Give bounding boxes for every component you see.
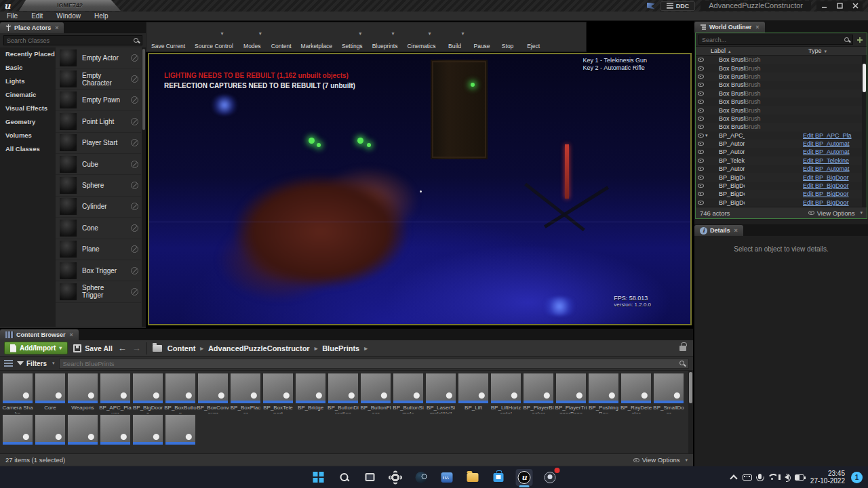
asset-tile[interactable]: BP_BoxTeleport [262, 372, 294, 413]
category-item[interactable]: Lights [0, 75, 56, 88]
toolbar-button[interactable]: ▾ Cinematics [402, 22, 440, 52]
placeable-actor-row[interactable]: Cube [56, 154, 141, 175]
asset-tile[interactable]: BP_APC_Player [99, 372, 132, 413]
drag-handle-icon[interactable] [131, 288, 138, 296]
category-item[interactable]: Recently Placed [0, 47, 56, 61]
outliner-search-input[interactable] [702, 37, 844, 43]
visibility-eye-icon[interactable] [696, 201, 705, 205]
outliner-row[interactable]: Box Brush57 Brush [696, 56, 867, 64]
drag-handle-icon[interactable] [131, 182, 138, 189]
outliner-row[interactable]: BP_BigDoors Edit BP_BigDoor [696, 173, 867, 181]
toolbar-button[interactable]: ▾ Blueprints [368, 22, 403, 52]
search-blueprints-input[interactable] [63, 360, 679, 367]
search-classes-input[interactable] [7, 37, 134, 44]
edit-blueprint-link[interactable]: Edit BP_BigDoor [803, 182, 861, 189]
asset-tile[interactable]: BP_LaserSimpleWall [425, 372, 457, 413]
settings-app-icon[interactable] [387, 469, 404, 486]
asset-tile[interactable]: BP_BigDoors [132, 372, 164, 413]
edit-blueprint-link[interactable]: Edit BP_BigDoor [803, 199, 861, 206]
toolbar-button[interactable]: ▾ Settings [337, 22, 368, 52]
drag-handle-icon[interactable] [131, 245, 138, 253]
tab-place-actors[interactable]: Place Actors × [0, 22, 64, 33]
asset-grid-scrollbar[interactable] [688, 371, 693, 453]
drag-handle-icon[interactable] [131, 96, 138, 104]
placeable-actor-row[interactable]: Empty Actor [56, 47, 141, 68]
menu-item[interactable]: Help [87, 12, 115, 20]
asset-tile[interactable]: Weapons [66, 372, 99, 413]
edit-blueprint-link[interactable]: Edit BP_Telekine [803, 157, 861, 164]
visibility-eye-icon[interactable] [696, 75, 705, 79]
power-tray-icon[interactable] [795, 474, 804, 481]
asset-tile[interactable]: BP_BoxPlacer [229, 372, 262, 413]
asset-tile[interactable]: Camera Shake [1, 372, 34, 413]
notification-count-badge[interactable]: 1 [851, 472, 863, 483]
monitor-app-icon[interactable] [439, 469, 456, 486]
outliner-row[interactable]: BP_AutomaticRifle_Ammo1 Edit BP_Automat [696, 148, 867, 156]
taskbar-search-button[interactable] [336, 469, 353, 486]
drag-handle-icon[interactable] [131, 161, 138, 168]
asset-tile[interactable]: BP_PlayerTriggerBase [555, 372, 587, 413]
volume-tray-icon[interactable] [785, 474, 789, 480]
unreal-engine-app-icon[interactable]: u [516, 469, 533, 486]
visibility-eye-icon[interactable] [696, 192, 705, 196]
asset-tile[interactable]: BP_BoxButton [164, 372, 197, 413]
edit-blueprint-link[interactable]: Edit BP_Automat [803, 140, 861, 147]
file-explorer-icon[interactable] [465, 469, 481, 486]
asset-tile[interactable] [1, 413, 34, 453]
minimize-button[interactable] [816, 1, 831, 11]
asset-tile[interactable]: BP_ButtonDirection [327, 372, 359, 413]
outliner-row[interactable]: BP_BigDoors2 Edit BP_BigDoor [696, 182, 867, 190]
outliner-view-options[interactable]: View Options ▾ [808, 209, 863, 217]
microphone-tray-icon[interactable] [758, 474, 762, 479]
visibility-eye-icon[interactable] [696, 117, 705, 121]
asset-tile[interactable]: BP_PushingBox [587, 372, 620, 413]
asset-tile[interactable] [34, 413, 66, 453]
lock-icon[interactable] [679, 346, 686, 351]
place-actors-scrollbar[interactable] [142, 47, 146, 327]
tab-close-icon[interactable]: × [755, 24, 759, 30]
outliner-row[interactable]: Box Brush62 Brush [696, 98, 867, 106]
place-actors-search[interactable] [3, 35, 142, 45]
category-item[interactable]: All Classes [0, 142, 56, 156]
back-arrow-button[interactable]: ← [118, 344, 127, 352]
asset-tile[interactable]: BP_SmallDoor [652, 372, 685, 413]
edit-blueprint-link[interactable]: Edit BP_Automat [803, 148, 861, 155]
visibility-eye-icon[interactable] [696, 108, 705, 113]
category-item[interactable]: Visual Effects [0, 102, 56, 115]
filters-button[interactable]: Filters ▾ [17, 360, 55, 367]
outliner-header[interactable]: Label▴ Type▾ [696, 46, 867, 56]
breadcrumb-item[interactable]: Content [167, 344, 196, 352]
menu-item[interactable]: File [0, 12, 24, 20]
placeable-actor-row[interactable]: Empty Character [56, 68, 141, 89]
ddc-button[interactable]: DDC [660, 1, 696, 11]
drag-handle-icon[interactable] [131, 54, 138, 62]
drag-handle-icon[interactable] [131, 267, 138, 274]
tab-content-browser[interactable]: Content Browser × [0, 329, 79, 340]
outliner-row[interactable]: Box Brush61 Brush [696, 89, 867, 98]
outliner-row[interactable]: BP_BigDoors3 Edit BP_BigDoor [696, 190, 867, 198]
outliner-row[interactable]: Box Brush58 Brush [696, 64, 867, 72]
visibility-eye-icon[interactable] [696, 184, 705, 188]
tab-close-icon[interactable]: × [55, 24, 58, 31]
placeable-actor-row[interactable]: Sphere Trigger [56, 281, 141, 302]
outliner-row[interactable]: Box Brush65 Brush [696, 123, 867, 131]
asset-tile[interactable] [66, 413, 99, 453]
drag-handle-icon[interactable] [131, 75, 138, 83]
asset-tile[interactable] [99, 413, 132, 453]
toolbar-button[interactable]: ▾ Build [440, 22, 469, 52]
content-view-options[interactable]: View Options ▾ [633, 456, 688, 464]
tray-expand-chevron-icon[interactable] [730, 474, 737, 482]
project-tab[interactable]: IGME742 [19, 0, 121, 11]
toolbar-button[interactable]: ▾ Modes [238, 22, 267, 52]
outliner-row[interactable]: Box Brush63 Brush [696, 106, 867, 114]
visibility-eye-icon[interactable] [696, 66, 705, 70]
outliner-row[interactable]: BP_TelekinesisGun Edit BP_Telekine [696, 157, 867, 165]
game-viewport[interactable]: LIGHTING NEEDS TO BE REBUILT (1,162 unbu… [148, 53, 692, 325]
placeable-actor-row[interactable]: Cone [56, 218, 141, 239]
placeable-actor-row[interactable]: Plane [56, 239, 141, 260]
placeable-actor-row[interactable]: Cylinder [56, 197, 141, 218]
visibility-eye-icon[interactable] [696, 142, 705, 146]
outliner-row[interactable]: BP_BigDoors4 Edit BP_BigDoor [696, 199, 867, 207]
visibility-eye-icon[interactable] [696, 167, 705, 171]
toolbar-button[interactable]: Save Current [146, 22, 190, 52]
